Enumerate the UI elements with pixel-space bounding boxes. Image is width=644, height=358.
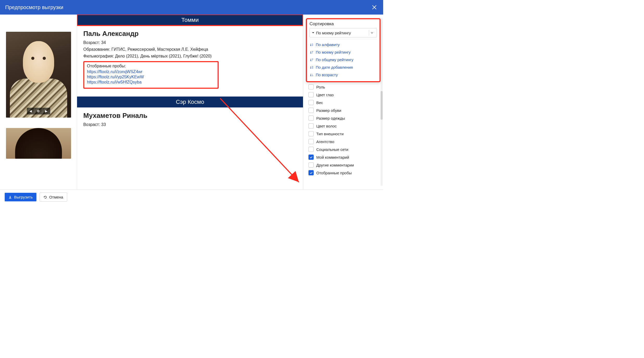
filter-selected-probes[interactable]: Отобранные пробы (308, 170, 379, 175)
filter-appearance-type[interactable]: Тип внешности (308, 131, 379, 136)
filter-social[interactable]: Социальные сети (308, 147, 379, 152)
sort-option-age[interactable]: По возрасту (310, 71, 377, 79)
filter-clothes-size[interactable]: Размер одежды (308, 116, 379, 121)
dialog-title: Предпросмотр выгрузки (5, 4, 64, 10)
probe-link[interactable]: https://ftoolz.ru/i/zonqWSZ4wr (87, 69, 215, 74)
filter-hair-color[interactable]: Цвет волос (308, 123, 379, 129)
sort-panel: Сортировка По моему рейтингу По алфавиту (306, 18, 381, 82)
sort-option-date[interactable]: По дате добавления (310, 63, 377, 71)
photo-next-button[interactable]: ▶ (42, 108, 50, 114)
caret-down-icon (312, 31, 314, 34)
actor-age-2: Возраст: 33 (83, 122, 297, 127)
filter-list: Роль Цвет глаз Вес Размер обуви Размер о… (307, 84, 379, 175)
sort-dropdown-caret[interactable] (369, 30, 375, 36)
actor-filmography: Фильмография: Дело (2021), День мёртвых … (83, 54, 297, 59)
photo-controls: ◀ ✿ ▶ (27, 108, 50, 114)
probes-label: Отобранные пробы: (87, 64, 215, 68)
role-name: Сэр Космо (176, 99, 204, 105)
actor-age: Возраст: 34 (83, 40, 297, 45)
sidebar: Роль Цвет глаз Вес Размер обуви Размер о… (303, 15, 383, 189)
probe-link[interactable]: https://ftoolz.ru/i/w5HfZQsyba (87, 80, 215, 85)
undo-icon (43, 195, 47, 199)
scrollbar-track[interactable] (381, 18, 383, 186)
actor-block: Паль Александр Возраст: 34 Образование: … (77, 25, 303, 97)
download-icon (8, 195, 12, 199)
filter-role[interactable]: Роль (308, 84, 379, 90)
chevron-down-icon (371, 31, 373, 34)
photo-settings-button[interactable]: ✿ (35, 108, 42, 114)
photo-column: ◀ ✿ ▶ (0, 15, 77, 189)
sort-option-my-rating[interactable]: По моему рейтингу (310, 48, 377, 56)
sort-option-general-rating[interactable]: По общему рейтингу (310, 56, 377, 63)
actor-name: Паль Александр (83, 30, 297, 38)
filter-weight[interactable]: Вес (308, 100, 379, 105)
filter-shoe-size[interactable]: Размер обуви (308, 108, 379, 113)
close-button[interactable] (371, 4, 378, 11)
main-column: Томми Паль Александр Возраст: 34 Образов… (77, 15, 303, 189)
filter-my-comment[interactable]: Мой комментарий (308, 155, 379, 160)
dialog-header: Предпросмотр выгрузки (0, 0, 383, 15)
sort-option-alphabet[interactable]: По алфавиту (310, 41, 377, 48)
export-button[interactable]: Выгрузить (5, 193, 36, 201)
close-icon (371, 4, 377, 10)
actor-name-2: Мухаметов Риналь (83, 112, 297, 120)
filter-agency[interactable]: Агентство (308, 139, 379, 144)
cancel-button[interactable]: Отмена (40, 193, 67, 202)
sort-rating-icon (310, 50, 314, 54)
photo-prev-button[interactable]: ◀ (27, 108, 35, 114)
sort-date-icon (310, 66, 314, 69)
role-header-tommy: Томми (77, 15, 303, 25)
role-name: Томми (181, 17, 199, 23)
sort-general-icon (310, 58, 314, 62)
sort-title: Сортировка (310, 21, 377, 27)
actor-photo[interactable]: ◀ ✿ ▶ (6, 32, 71, 118)
scrollbar-thumb[interactable] (381, 91, 383, 120)
filter-other-comments[interactable]: Другие комментарии (308, 162, 379, 168)
sort-age-icon (310, 73, 314, 77)
actor-block-2: Мухаметов Риналь Возраст: 33 (77, 107, 303, 137)
sort-select[interactable]: По моему рейтингу (310, 28, 377, 37)
sort-selected-label: По моему рейтингу (316, 31, 351, 35)
footer: Выгрузить Отмена (0, 189, 383, 204)
sort-az-icon (310, 43, 314, 47)
actor-photo-2[interactable] (6, 128, 71, 159)
role-header-cosmo: Сэр Космо (77, 97, 303, 107)
selected-probes-box: Отобранные пробы: https://ftoolz.ru/i/zo… (83, 61, 219, 89)
filter-eye-color[interactable]: Цвет глаз (308, 92, 379, 97)
probe-link[interactable]: https://ftoolz.ru/i/yp25KyKEwW (87, 75, 215, 79)
sort-menu: По алфавиту По моему рейтингу По общему … (310, 39, 377, 79)
actor-education: Образование: ГИТИС, Режиссерский, Мастер… (83, 47, 297, 52)
